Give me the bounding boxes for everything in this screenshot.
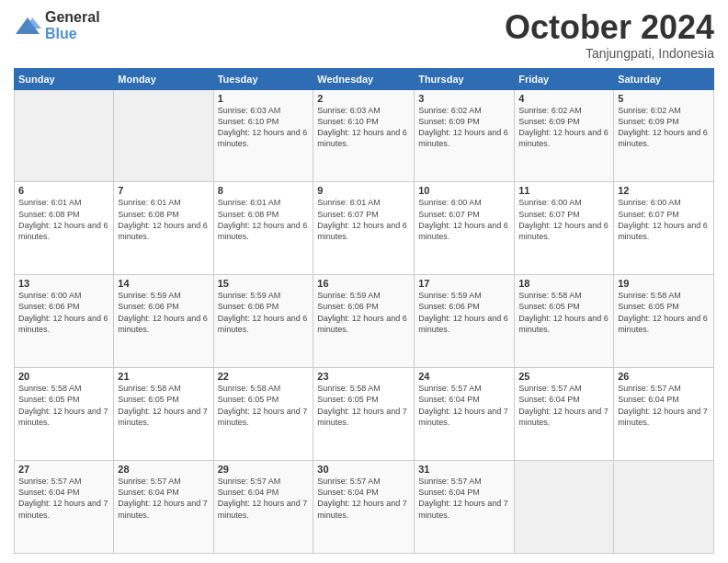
calendar-cell: 26Sunrise: 5:57 AM Sunset: 6:04 PM Dayli… — [614, 368, 714, 461]
calendar-body: 1Sunrise: 6:03 AM Sunset: 6:10 PM Daylig… — [15, 89, 714, 553]
weekday-header: Sunday — [15, 68, 114, 89]
calendar-cell: 8Sunrise: 6:01 AM Sunset: 6:08 PM Daylig… — [213, 182, 313, 275]
day-info: Sunrise: 5:59 AM Sunset: 6:06 PM Dayligh… — [317, 290, 410, 335]
day-number: 3 — [418, 93, 510, 104]
calendar-week-row: 20Sunrise: 5:58 AM Sunset: 6:05 PM Dayli… — [15, 368, 714, 461]
day-info: Sunrise: 5:59 AM Sunset: 6:06 PM Dayligh… — [418, 290, 510, 335]
calendar-cell: 2Sunrise: 6:03 AM Sunset: 6:10 PM Daylig… — [313, 89, 415, 182]
day-number: 2 — [317, 93, 410, 104]
day-info: Sunrise: 5:57 AM Sunset: 6:04 PM Dayligh… — [518, 383, 609, 428]
day-number: 28 — [118, 464, 209, 475]
calendar-page: General Blue October 2024 Tanjungpati, I… — [0, 0, 728, 563]
header: General Blue October 2024 Tanjungpati, I… — [14, 9, 714, 61]
calendar-cell: 19Sunrise: 5:58 AM Sunset: 6:05 PM Dayli… — [614, 275, 714, 368]
title-block: October 2024 Tanjungpati, Indonesia — [505, 9, 714, 61]
day-info: Sunrise: 6:00 AM Sunset: 6:07 PM Dayligh… — [518, 197, 609, 242]
logo-general: General — [45, 9, 100, 25]
calendar-cell: 11Sunrise: 6:00 AM Sunset: 6:07 PM Dayli… — [515, 182, 614, 275]
day-number: 12 — [618, 185, 710, 196]
calendar-cell: 27Sunrise: 5:57 AM Sunset: 6:04 PM Dayli… — [15, 461, 114, 554]
day-info: Sunrise: 6:00 AM Sunset: 6:06 PM Dayligh… — [18, 290, 109, 335]
calendar-cell: 28Sunrise: 5:57 AM Sunset: 6:04 PM Dayli… — [114, 461, 213, 554]
calendar-cell: 4Sunrise: 6:02 AM Sunset: 6:09 PM Daylig… — [515, 89, 614, 182]
calendar-cell: 5Sunrise: 6:02 AM Sunset: 6:09 PM Daylig… — [614, 89, 714, 182]
day-number: 21 — [118, 371, 209, 382]
day-number: 15 — [218, 278, 310, 289]
day-info: Sunrise: 6:01 AM Sunset: 6:08 PM Dayligh… — [218, 197, 310, 242]
logo: General Blue — [14, 9, 100, 42]
day-number: 1 — [218, 93, 310, 104]
weekday-header: Monday — [114, 68, 213, 89]
day-info: Sunrise: 5:58 AM Sunset: 6:05 PM Dayligh… — [618, 290, 710, 335]
calendar-header: SundayMondayTuesdayWednesdayThursdayFrid… — [15, 68, 714, 89]
day-number: 25 — [518, 371, 609, 382]
day-number: 24 — [418, 371, 510, 382]
day-number: 9 — [317, 185, 410, 196]
day-info: Sunrise: 5:57 AM Sunset: 6:04 PM Dayligh… — [218, 476, 310, 521]
calendar-week-row: 6Sunrise: 6:01 AM Sunset: 6:08 PM Daylig… — [15, 182, 714, 275]
day-number: 22 — [218, 371, 310, 382]
day-number: 10 — [418, 185, 510, 196]
calendar-cell: 3Sunrise: 6:02 AM Sunset: 6:09 PM Daylig… — [415, 89, 515, 182]
day-info: Sunrise: 6:03 AM Sunset: 6:10 PM Dayligh… — [218, 105, 310, 150]
calendar-cell: 6Sunrise: 6:01 AM Sunset: 6:08 PM Daylig… — [15, 182, 114, 275]
calendar-week-row: 13Sunrise: 6:00 AM Sunset: 6:06 PM Dayli… — [15, 275, 714, 368]
day-info: Sunrise: 5:59 AM Sunset: 6:06 PM Dayligh… — [118, 290, 209, 335]
weekday-header: Tuesday — [213, 68, 313, 89]
calendar-cell: 16Sunrise: 5:59 AM Sunset: 6:06 PM Dayli… — [313, 275, 415, 368]
day-number: 30 — [317, 464, 410, 475]
day-info: Sunrise: 5:59 AM Sunset: 6:06 PM Dayligh… — [218, 290, 310, 335]
calendar-table: SundayMondayTuesdayWednesdayThursdayFrid… — [14, 68, 714, 554]
calendar-cell: 14Sunrise: 5:59 AM Sunset: 6:06 PM Dayli… — [114, 275, 213, 368]
calendar-cell: 1Sunrise: 6:03 AM Sunset: 6:10 PM Daylig… — [213, 89, 313, 182]
calendar-cell: 23Sunrise: 5:58 AM Sunset: 6:05 PM Dayli… — [313, 368, 415, 461]
day-info: Sunrise: 5:58 AM Sunset: 6:05 PM Dayligh… — [218, 383, 310, 428]
day-info: Sunrise: 6:01 AM Sunset: 6:08 PM Dayligh… — [118, 197, 209, 242]
day-number: 13 — [18, 278, 109, 289]
day-number: 16 — [317, 278, 410, 289]
calendar-cell: 31Sunrise: 5:57 AM Sunset: 6:04 PM Dayli… — [415, 461, 515, 554]
day-info: Sunrise: 6:01 AM Sunset: 6:08 PM Dayligh… — [18, 197, 109, 242]
location: Tanjungpati, Indonesia — [505, 46, 714, 61]
day-info: Sunrise: 6:02 AM Sunset: 6:09 PM Dayligh… — [518, 105, 609, 150]
weekday-header: Friday — [515, 68, 614, 89]
day-number: 23 — [317, 371, 410, 382]
day-number: 26 — [618, 371, 710, 382]
day-number: 4 — [518, 93, 609, 104]
day-info: Sunrise: 5:57 AM Sunset: 6:04 PM Dayligh… — [418, 383, 510, 428]
month-title: October 2024 — [505, 9, 714, 46]
day-number: 7 — [118, 185, 209, 196]
calendar-cell: 18Sunrise: 5:58 AM Sunset: 6:05 PM Dayli… — [515, 275, 614, 368]
day-info: Sunrise: 5:57 AM Sunset: 6:04 PM Dayligh… — [317, 476, 410, 521]
day-number: 6 — [18, 185, 109, 196]
day-number: 29 — [218, 464, 310, 475]
day-number: 19 — [618, 278, 710, 289]
day-info: Sunrise: 5:58 AM Sunset: 6:05 PM Dayligh… — [18, 383, 109, 428]
calendar-week-row: 27Sunrise: 5:57 AM Sunset: 6:04 PM Dayli… — [15, 461, 714, 554]
logo-text: General Blue — [45, 9, 100, 42]
day-info: Sunrise: 6:02 AM Sunset: 6:09 PM Dayligh… — [418, 105, 510, 150]
day-number: 17 — [418, 278, 510, 289]
day-info: Sunrise: 5:57 AM Sunset: 6:04 PM Dayligh… — [18, 476, 109, 521]
weekday-header: Thursday — [415, 68, 515, 89]
day-number: 27 — [18, 464, 109, 475]
day-info: Sunrise: 6:01 AM Sunset: 6:07 PM Dayligh… — [317, 197, 410, 242]
day-info: Sunrise: 5:58 AM Sunset: 6:05 PM Dayligh… — [518, 290, 609, 335]
calendar-cell: 9Sunrise: 6:01 AM Sunset: 6:07 PM Daylig… — [313, 182, 415, 275]
day-info: Sunrise: 6:00 AM Sunset: 6:07 PM Dayligh… — [618, 197, 710, 242]
day-number: 20 — [18, 371, 109, 382]
calendar-week-row: 1Sunrise: 6:03 AM Sunset: 6:10 PM Daylig… — [15, 89, 714, 182]
calendar-cell: 22Sunrise: 5:58 AM Sunset: 6:05 PM Dayli… — [213, 368, 313, 461]
calendar-cell: 21Sunrise: 5:58 AM Sunset: 6:05 PM Dayli… — [114, 368, 213, 461]
day-number: 11 — [518, 185, 609, 196]
day-number: 31 — [418, 464, 510, 475]
day-info: Sunrise: 6:00 AM Sunset: 6:07 PM Dayligh… — [418, 197, 510, 242]
weekday-header: Saturday — [614, 68, 714, 89]
header-row: SundayMondayTuesdayWednesdayThursdayFrid… — [15, 68, 714, 89]
logo-blue: Blue — [45, 26, 77, 41]
calendar-cell: 7Sunrise: 6:01 AM Sunset: 6:08 PM Daylig… — [114, 182, 213, 275]
weekday-header: Wednesday — [313, 68, 415, 89]
calendar-cell: 30Sunrise: 5:57 AM Sunset: 6:04 PM Dayli… — [313, 461, 415, 554]
calendar-cell: 10Sunrise: 6:00 AM Sunset: 6:07 PM Dayli… — [415, 182, 515, 275]
calendar-cell: 17Sunrise: 5:59 AM Sunset: 6:06 PM Dayli… — [415, 275, 515, 368]
